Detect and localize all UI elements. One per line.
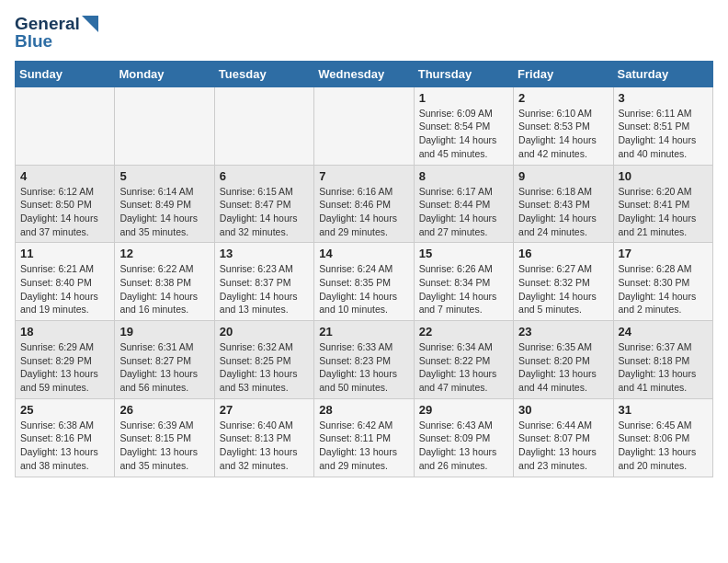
day-number: 14 <box>319 247 408 260</box>
day-info: Sunrise: 6:23 AMSunset: 8:37 PMDaylight:… <box>220 262 309 316</box>
day-info: Sunrise: 6:21 AMSunset: 8:40 PMDaylight:… <box>20 262 109 316</box>
day-info: Sunrise: 6:09 AMSunset: 8:54 PMDaylight:… <box>419 107 508 161</box>
calendar-cell: 2Sunrise: 6:10 AMSunset: 8:53 PMDaylight… <box>514 86 613 165</box>
calendar-cell: 18Sunrise: 6:29 AMSunset: 8:29 PMDayligh… <box>16 321 115 399</box>
day-number: 8 <box>419 169 508 183</box>
calendar-cell: 11Sunrise: 6:21 AMSunset: 8:40 PMDayligh… <box>16 243 115 321</box>
calendar-cell <box>314 86 414 165</box>
weekday-header-row: SundayMondayTuesdayWednesdayThursdayFrid… <box>16 61 713 86</box>
day-info: Sunrise: 6:17 AMSunset: 8:44 PMDaylight:… <box>419 185 508 239</box>
calendar-cell: 27Sunrise: 6:40 AMSunset: 8:13 PMDayligh… <box>214 398 313 477</box>
calendar-cell: 22Sunrise: 6:34 AMSunset: 8:22 PMDayligh… <box>414 321 513 399</box>
day-number: 7 <box>319 169 408 183</box>
calendar-body: 1Sunrise: 6:09 AMSunset: 8:54 PMDaylight… <box>16 86 713 477</box>
svg-marker-0 <box>82 16 98 32</box>
day-info: Sunrise: 6:12 AMSunset: 8:50 PMDaylight:… <box>20 185 109 239</box>
calendar-cell: 1Sunrise: 6:09 AMSunset: 8:54 PMDaylight… <box>414 86 513 165</box>
day-info: Sunrise: 6:27 AMSunset: 8:32 PMDaylight:… <box>518 262 608 316</box>
calendar-cell: 10Sunrise: 6:20 AMSunset: 8:41 PMDayligh… <box>613 165 712 243</box>
day-number: 29 <box>419 403 508 417</box>
calendar-table: SundayMondayTuesdayWednesdayThursdayFrid… <box>15 61 713 477</box>
day-number: 27 <box>220 403 309 417</box>
calendar-week-row: 18Sunrise: 6:29 AMSunset: 8:29 PMDayligh… <box>16 321 713 399</box>
day-info: Sunrise: 6:29 AMSunset: 8:29 PMDaylight:… <box>20 340 109 395</box>
weekday-header-wednesday: Wednesday <box>314 61 414 86</box>
day-info: Sunrise: 6:11 AMSunset: 8:51 PMDaylight:… <box>619 107 708 161</box>
day-info: Sunrise: 6:39 AMSunset: 8:15 PMDaylight:… <box>119 419 209 473</box>
calendar-week-row: 11Sunrise: 6:21 AMSunset: 8:40 PMDayligh… <box>16 243 713 321</box>
day-info: Sunrise: 6:18 AMSunset: 8:43 PMDaylight:… <box>518 185 608 239</box>
calendar-cell <box>115 86 214 165</box>
day-number: 18 <box>20 325 109 339</box>
calendar-cell: 14Sunrise: 6:24 AMSunset: 8:35 PMDayligh… <box>314 243 414 321</box>
calendar-cell: 20Sunrise: 6:32 AMSunset: 8:25 PMDayligh… <box>214 321 313 399</box>
logo-arrow-icon <box>82 16 98 32</box>
day-number: 1 <box>419 91 508 105</box>
calendar-cell: 28Sunrise: 6:42 AMSunset: 8:11 PMDayligh… <box>314 398 414 477</box>
logo: General Blue <box>15 15 98 52</box>
day-number: 21 <box>319 325 408 339</box>
calendar-cell: 31Sunrise: 6:45 AMSunset: 8:06 PMDayligh… <box>613 398 712 477</box>
calendar-cell: 15Sunrise: 6:26 AMSunset: 8:34 PMDayligh… <box>414 243 513 321</box>
day-info: Sunrise: 6:43 AMSunset: 8:09 PMDaylight:… <box>419 419 508 473</box>
calendar-cell: 16Sunrise: 6:27 AMSunset: 8:32 PMDayligh… <box>514 243 613 321</box>
day-number: 22 <box>419 325 508 339</box>
day-info: Sunrise: 6:32 AMSunset: 8:25 PMDaylight:… <box>220 340 309 395</box>
calendar-cell: 13Sunrise: 6:23 AMSunset: 8:37 PMDayligh… <box>214 243 313 321</box>
calendar-cell: 17Sunrise: 6:28 AMSunset: 8:30 PMDayligh… <box>613 243 712 321</box>
day-number: 11 <box>20 247 109 260</box>
day-info: Sunrise: 6:44 AMSunset: 8:07 PMDaylight:… <box>518 419 608 473</box>
calendar-cell: 25Sunrise: 6:38 AMSunset: 8:16 PMDayligh… <box>16 398 115 477</box>
day-number: 24 <box>619 325 708 339</box>
day-number: 13 <box>220 247 309 260</box>
weekday-header-tuesday: Tuesday <box>214 61 313 86</box>
day-info: Sunrise: 6:14 AMSunset: 8:49 PMDaylight:… <box>119 185 209 239</box>
day-number: 9 <box>518 169 608 183</box>
calendar-cell: 12Sunrise: 6:22 AMSunset: 8:38 PMDayligh… <box>115 243 214 321</box>
day-number: 20 <box>220 325 309 339</box>
day-number: 26 <box>119 403 209 417</box>
day-number: 15 <box>419 247 508 260</box>
calendar-week-row: 1Sunrise: 6:09 AMSunset: 8:54 PMDaylight… <box>16 86 713 165</box>
logo: General Blue <box>15 15 98 52</box>
calendar-cell <box>16 86 115 165</box>
day-number: 16 <box>518 247 608 260</box>
calendar-cell: 21Sunrise: 6:33 AMSunset: 8:23 PMDayligh… <box>314 321 414 399</box>
calendar-cell: 6Sunrise: 6:15 AMSunset: 8:47 PMDaylight… <box>214 165 313 243</box>
weekday-header-saturday: Saturday <box>613 61 712 86</box>
day-number: 23 <box>518 325 608 339</box>
calendar-week-row: 25Sunrise: 6:38 AMSunset: 8:16 PMDayligh… <box>16 398 713 477</box>
calendar-cell: 30Sunrise: 6:44 AMSunset: 8:07 PMDayligh… <box>514 398 613 477</box>
calendar-cell: 4Sunrise: 6:12 AMSunset: 8:50 PMDaylight… <box>16 165 115 243</box>
calendar-cell: 26Sunrise: 6:39 AMSunset: 8:15 PMDayligh… <box>115 398 214 477</box>
weekday-header-friday: Friday <box>514 61 613 86</box>
day-info: Sunrise: 6:40 AMSunset: 8:13 PMDaylight:… <box>220 419 309 473</box>
day-info: Sunrise: 6:38 AMSunset: 8:16 PMDaylight:… <box>20 419 109 473</box>
day-info: Sunrise: 6:31 AMSunset: 8:27 PMDaylight:… <box>119 340 209 395</box>
calendar-cell: 19Sunrise: 6:31 AMSunset: 8:27 PMDayligh… <box>115 321 214 399</box>
day-number: 19 <box>119 325 209 339</box>
calendar-cell: 7Sunrise: 6:16 AMSunset: 8:46 PMDaylight… <box>314 165 414 243</box>
calendar-cell: 24Sunrise: 6:37 AMSunset: 8:18 PMDayligh… <box>613 321 712 399</box>
day-number: 12 <box>119 247 209 260</box>
calendar-cell: 23Sunrise: 6:35 AMSunset: 8:20 PMDayligh… <box>514 321 613 399</box>
day-number: 25 <box>20 403 109 417</box>
day-info: Sunrise: 6:34 AMSunset: 8:22 PMDaylight:… <box>419 340 508 395</box>
day-number: 10 <box>619 169 708 183</box>
calendar-week-row: 4Sunrise: 6:12 AMSunset: 8:50 PMDaylight… <box>16 165 713 243</box>
day-info: Sunrise: 6:16 AMSunset: 8:46 PMDaylight:… <box>319 185 408 239</box>
day-info: Sunrise: 6:20 AMSunset: 8:41 PMDaylight:… <box>619 185 708 239</box>
day-info: Sunrise: 6:28 AMSunset: 8:30 PMDaylight:… <box>619 262 708 316</box>
day-info: Sunrise: 6:26 AMSunset: 8:34 PMDaylight:… <box>419 262 508 316</box>
day-info: Sunrise: 6:15 AMSunset: 8:47 PMDaylight:… <box>220 185 309 239</box>
calendar-header: SundayMondayTuesdayWednesdayThursdayFrid… <box>16 61 713 86</box>
calendar-cell: 3Sunrise: 6:11 AMSunset: 8:51 PMDaylight… <box>613 86 712 165</box>
calendar-cell: 5Sunrise: 6:14 AMSunset: 8:49 PMDaylight… <box>115 165 214 243</box>
calendar-cell <box>214 86 313 165</box>
day-number: 17 <box>619 247 708 260</box>
day-number: 3 <box>619 91 708 105</box>
logo-text-blue: Blue <box>15 32 98 52</box>
day-number: 30 <box>518 403 608 417</box>
day-number: 2 <box>518 91 608 105</box>
day-info: Sunrise: 6:24 AMSunset: 8:35 PMDaylight:… <box>319 262 408 316</box>
